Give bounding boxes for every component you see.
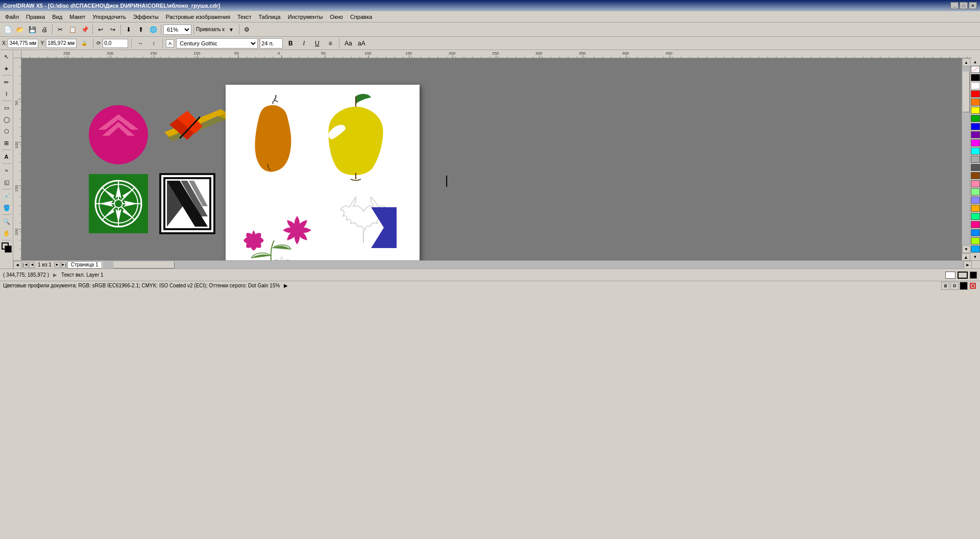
char-format2-button[interactable]: aA bbox=[356, 38, 367, 49]
swatch-black[interactable] bbox=[971, 74, 980, 81]
font-size-input[interactable] bbox=[260, 38, 283, 48]
open-button[interactable]: 📂 bbox=[14, 24, 26, 35]
print-button[interactable]: 🖨 bbox=[39, 24, 50, 35]
char-format-button[interactable]: Aa bbox=[342, 38, 354, 49]
undo-button[interactable]: ↩ bbox=[95, 24, 106, 35]
page-first-button[interactable]: |◄ bbox=[22, 262, 29, 268]
ellipse-tool[interactable]: ◯ bbox=[1, 114, 12, 125]
freehand-tool[interactable]: ✏ bbox=[1, 77, 12, 88]
scroll-thumb-h[interactable] bbox=[113, 261, 175, 268]
shape-tool[interactable]: ◈ bbox=[1, 63, 12, 74]
zoom-tool[interactable]: 🔍 bbox=[1, 216, 12, 227]
swatch-hotpink[interactable] bbox=[971, 221, 980, 228]
swatch-white[interactable] bbox=[971, 82, 980, 89]
outline-color-box[interactable] bbox=[2, 242, 9, 250]
swatch-lightgreen[interactable] bbox=[971, 188, 980, 195]
menu-table[interactable]: Таблица bbox=[256, 13, 284, 21]
options-button[interactable]: ⚙ bbox=[241, 24, 253, 35]
parallel-tool[interactable]: ≈ bbox=[1, 165, 12, 176]
flower-graphic[interactable] bbox=[231, 194, 333, 260]
palette-scroll-up[interactable]: ▲ bbox=[962, 253, 970, 260]
y-input[interactable] bbox=[46, 39, 77, 48]
color-none[interactable] bbox=[971, 66, 980, 73]
page-next-button[interactable]: ► bbox=[54, 262, 60, 268]
italic-button[interactable]: I bbox=[298, 38, 309, 49]
swatch-skyblue[interactable] bbox=[971, 246, 980, 253]
swatch-orange[interactable] bbox=[971, 99, 980, 106]
swatch-blue[interactable] bbox=[971, 123, 980, 130]
mirror-v-button[interactable]: ↕ bbox=[148, 38, 159, 49]
menu-effects[interactable]: Эффекты bbox=[130, 13, 162, 21]
swatch-darkgray[interactable] bbox=[971, 164, 980, 171]
save-button[interactable]: 💾 bbox=[27, 24, 38, 35]
menu-bitmaps[interactable]: Растровые изображения bbox=[163, 13, 233, 21]
palette-arrow-up[interactable]: ▲ bbox=[971, 58, 980, 65]
menu-edit[interactable]: Правка bbox=[23, 13, 48, 21]
scroll-right-button[interactable]: ► bbox=[964, 261, 972, 268]
scroll-thumb-v[interactable] bbox=[963, 71, 970, 112]
snap-dropdown-arrow[interactable]: ▾ bbox=[226, 24, 237, 35]
black-logo[interactable] bbox=[159, 173, 215, 234]
polygon-tool[interactable]: ⬡ bbox=[1, 126, 12, 137]
underline-button[interactable]: U bbox=[311, 38, 323, 49]
swatch-green[interactable] bbox=[971, 115, 980, 122]
menu-view[interactable]: Вид bbox=[49, 13, 65, 21]
menu-tools[interactable]: Инструменты bbox=[285, 13, 326, 21]
color-profile-arrow[interactable]: ▶ bbox=[284, 283, 288, 288]
x-input[interactable] bbox=[8, 39, 38, 48]
apple-graphic[interactable] bbox=[317, 92, 394, 184]
page-prev-button[interactable]: ◄ bbox=[29, 262, 35, 268]
swatch-pink[interactable] bbox=[971, 180, 980, 187]
green-square-logo[interactable] bbox=[88, 173, 149, 234]
publish-button[interactable]: 🌐 bbox=[148, 24, 159, 35]
smart-draw-tool[interactable]: ⌇ bbox=[1, 88, 12, 100]
swatch-gold[interactable] bbox=[971, 205, 980, 212]
leaf-graphic[interactable] bbox=[325, 192, 412, 260]
new-button[interactable]: 📄 bbox=[2, 24, 13, 35]
redo-button[interactable]: ↪ bbox=[107, 24, 118, 35]
swatch-gray[interactable] bbox=[971, 156, 980, 163]
cut-button[interactable]: ✂ bbox=[55, 24, 66, 35]
menu-file[interactable]: Файл bbox=[2, 13, 22, 21]
menu-window[interactable]: Окно bbox=[327, 13, 346, 21]
zoom-dropdown[interactable]: 61% 50% 75% 100% bbox=[163, 24, 191, 35]
swatch-dodgerblue[interactable] bbox=[971, 229, 980, 236]
swatch-red[interactable] bbox=[971, 90, 980, 97]
menu-layout[interactable]: Макет bbox=[66, 13, 88, 21]
maximize-button[interactable]: □ bbox=[960, 2, 968, 9]
scroll-down-button[interactable]: ▼ bbox=[962, 245, 970, 253]
menu-help[interactable]: Справка bbox=[347, 13, 375, 21]
paste-button[interactable]: 📌 bbox=[79, 24, 90, 35]
fill-tool[interactable]: 🪣 bbox=[1, 202, 12, 213]
font-select[interactable]: Century Gothic bbox=[176, 38, 258, 48]
swatch-mintgreen[interactable] bbox=[971, 213, 980, 220]
menu-text[interactable]: Текст bbox=[234, 13, 255, 21]
swatch-yellow[interactable] bbox=[971, 107, 980, 114]
select-tool[interactable]: ↖ bbox=[1, 51, 12, 62]
status-close[interactable] bbox=[969, 282, 977, 290]
export-button[interactable]: ⬆ bbox=[135, 24, 146, 35]
page-last-button[interactable]: ►| bbox=[61, 262, 67, 268]
interactive-fill-tool[interactable]: ◱ bbox=[1, 177, 12, 188]
rect-tool[interactable]: ▭ bbox=[1, 102, 12, 113]
pan-tool[interactable]: ✋ bbox=[1, 228, 12, 239]
eyedropper-tool[interactable]: 💉 bbox=[1, 190, 12, 202]
angle-input[interactable] bbox=[103, 39, 128, 48]
mirror-h-button[interactable]: ↔ bbox=[135, 38, 146, 49]
pear-graphic[interactable] bbox=[241, 95, 307, 187]
status-outline-color[interactable] bbox=[958, 272, 968, 279]
status-icon2[interactable]: ⚙ bbox=[950, 282, 959, 290]
status-fill-color[interactable] bbox=[945, 272, 955, 279]
workspace[interactable]: | bbox=[21, 58, 962, 260]
import-button[interactable]: ⬇ bbox=[123, 24, 134, 35]
close-button[interactable]: × bbox=[969, 2, 977, 9]
table-tool[interactable]: ⊞ bbox=[1, 137, 12, 149]
scroll-left-button[interactable]: ◄ bbox=[13, 261, 21, 268]
pink-circle-logo[interactable] bbox=[88, 104, 149, 165]
text-tool[interactable]: A bbox=[1, 151, 12, 162]
lock-button[interactable]: 🔒 bbox=[79, 38, 90, 49]
menu-arrange[interactable]: Упорядочить bbox=[89, 13, 129, 21]
swatch-cyan[interactable] bbox=[971, 148, 980, 155]
text-align-button[interactable]: ≡ bbox=[325, 38, 336, 49]
swatch-chartreusse[interactable] bbox=[971, 237, 980, 244]
